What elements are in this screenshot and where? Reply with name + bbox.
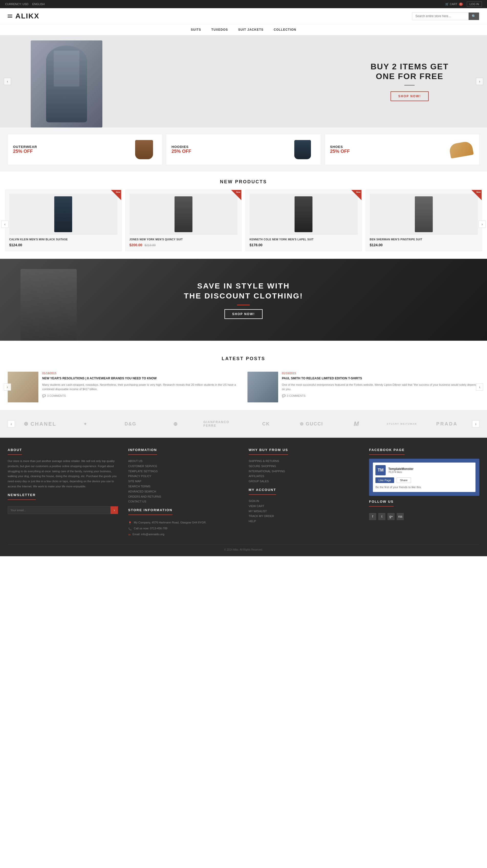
top-bar-left: CURRENCY: USD ENGLISH <box>5 3 44 6</box>
post-content-0: 01/18/2015 NEW YEAR'S RESOLUTIONS | 8 AC… <box>42 372 240 402</box>
footer-link-advanced[interactable]: ADVANCED SEARCH <box>128 490 156 493</box>
footer-link-intl[interactable]: INTERNATIONAL SHIPPING <box>249 470 285 473</box>
post-comments-0[interactable]: 💬 3 COMMENTS <box>42 394 240 398</box>
brand-dg[interactable]: D&G <box>110 419 151 429</box>
promo-text-shoes: SHOES 25% OFF <box>330 145 350 154</box>
footer-link-track[interactable]: TRACK MY ORDER <box>249 515 274 518</box>
newsletter-form: › <box>8 506 118 514</box>
hero-prev-arrow[interactable]: ‹ <box>4 78 11 85</box>
promo-card-outerwear[interactable]: OUTERWEAR 25% OFF <box>8 134 162 165</box>
footer-link-orders[interactable]: ORDERS AND RETURNS <box>128 495 161 498</box>
newsletter-input[interactable] <box>8 506 110 514</box>
brand-m[interactable]: M <box>336 418 377 430</box>
brand-chanel[interactable]: ⊗ CHANEL <box>20 418 60 430</box>
hero-shop-button[interactable]: SHOP NOW! <box>391 91 428 101</box>
cart-count: 8 <box>459 3 463 6</box>
brand-prada[interactable]: PRADA <box>427 419 467 429</box>
footer-link-viewcart[interactable]: VIEW CART <box>249 504 264 507</box>
newsletter-submit[interactable]: › <box>110 506 118 514</box>
fb-text: Be the first of your friends to like thi… <box>376 485 473 489</box>
posts-grid: ‹ 01/18/2015 NEW YEAR'S RESOLUTIONS | 8 … <box>8 372 479 402</box>
nav-suits[interactable]: SUITS <box>191 28 201 31</box>
google-plus-icon[interactable]: g+ <box>387 513 395 520</box>
product-price-3: $124.00 <box>370 243 478 247</box>
footer-link-group[interactable]: GROUP SALES <box>249 480 269 483</box>
brand-gucci[interactable]: ⊚ GUCCI <box>291 418 331 429</box>
brand-ck[interactable]: CK <box>246 419 286 429</box>
promo-card-hoodies[interactable]: HOODIES 25% OFF <box>166 134 321 165</box>
products-prev-arrow[interactable]: ‹ <box>1 221 8 228</box>
footer-link-template[interactable]: TEMPLATE SETTINGS <box>128 470 158 473</box>
footer-link-search[interactable]: SEARCH TERMS <box>128 485 151 488</box>
post-img-0 <box>8 372 38 402</box>
footer-link-wishlist[interactable]: MY WISHLIST <box>249 509 267 513</box>
footer-whybuy-col: WHY BUY FROM US SHIPPING & RETURNS SECUR… <box>249 448 359 536</box>
nav-tuxedos[interactable]: TUXEDOS <box>212 28 228 31</box>
footer-link-help[interactable]: HELP <box>249 520 256 523</box>
banner2-title: SAVE IN STYLE WITHTHE DISCOUNT CLOTHING! <box>184 281 303 301</box>
brands-prev-arrow[interactable]: ‹ <box>8 420 15 428</box>
footer-link-affiliates[interactable]: AFFILIATES <box>249 474 264 478</box>
rss-icon[interactable]: rss <box>397 513 404 520</box>
brand-ferre[interactable]: GIANFRANCO FERRE <box>201 418 241 430</box>
post-img-1 <box>248 372 278 402</box>
discount-banner: SAVE IN STYLE WITHTHE DISCOUNT CLOTHING!… <box>0 259 487 341</box>
promo-card-shoes[interactable]: SHOES 25% OFF <box>325 134 479 165</box>
brand-versace[interactable]: ⊕ <box>156 418 196 430</box>
brand-stuart[interactable]: STUART WEITZMAN <box>382 420 422 428</box>
footer-link-privacy[interactable]: PRIVACY POLICY <box>128 474 152 478</box>
footer-link-secure[interactable]: SECURE SHOPPING <box>249 465 276 468</box>
login-button[interactable]: LOG IN <box>467 2 482 7</box>
nav-collection[interactable]: COLLECTION <box>274 28 296 31</box>
post-excerpt-1: One of the most successful entrepreneurs… <box>282 383 480 392</box>
fb-widget-title: TemplateMonster <box>388 467 413 471</box>
posts-next-arrow[interactable]: › <box>476 383 483 391</box>
footer-link-contact[interactable]: CONTACT US <box>128 500 147 503</box>
products-next-arrow[interactable]: › <box>479 221 486 228</box>
footer-link-sitemap[interactable]: SITE MAP <box>128 480 141 483</box>
language-selector[interactable]: ENGLISH <box>32 3 44 6</box>
banner2-shop-button[interactable]: SHOP NOW! <box>224 309 262 319</box>
twitter-icon[interactable]: t <box>378 513 385 520</box>
brand-armani[interactable]: ✦ <box>65 419 105 429</box>
footer-copyright: © 2014 Alikx. All Rights Reserved. <box>8 544 479 551</box>
footer-link-shipping[interactable]: SHIPPING & RETURNS <box>249 460 279 463</box>
post-card-1: 01/10/2015 PAUL SMITH TO RELEASE LIMITED… <box>248 372 480 402</box>
footer-store-title: STORE INFORMATION <box>128 508 172 515</box>
product-card-1: New JONES NEW YORK MEN'S QUINCY SUIT $20… <box>125 190 242 251</box>
cart-label: CART <box>450 3 458 6</box>
product-img-3 <box>370 194 478 235</box>
banner2-figure <box>21 269 77 341</box>
fb-like-button[interactable]: Like Page <box>376 477 394 483</box>
promo-img-outerwear <box>131 139 157 160</box>
post-comments-1[interactable]: 💬 3 COMMENTS <box>282 394 480 398</box>
logo[interactable]: ALIKX <box>8 12 39 20</box>
product-name-1: JONES NEW YORK MEN'S QUINCY SUIT <box>129 238 238 241</box>
nav-suit-jackets[interactable]: SUIT JACKETS <box>238 28 264 31</box>
brands-next-arrow[interactable]: › <box>472 420 479 428</box>
product-price-1: $200.00 $213.00 <box>129 243 238 247</box>
promo-text-hoodies: HOODIES 25% OFF <box>171 145 191 154</box>
footer-fb-title: FACEBOOK PAGE <box>369 448 404 455</box>
footer-link-about[interactable]: ABOUT US <box>128 460 142 463</box>
facebook-icon[interactable]: f <box>369 513 376 520</box>
posts-section: LATEST POSTS ‹ 01/18/2015 NEW YEAR'S RES… <box>0 341 487 410</box>
fb-share-button[interactable]: Share <box>397 477 411 483</box>
hero-next-arrow[interactable]: › <box>476 78 483 85</box>
brands-section: ‹ ⊗ CHANEL ✦ D&G ⊕ GIANFRANCO FERRE CK ⊚… <box>0 410 487 438</box>
fb-actions: Like Page Share <box>376 477 473 483</box>
footer-link-signin[interactable]: SIGN IN <box>249 499 259 502</box>
footer-link-customer[interactable]: CUSTOMER SERVICE <box>128 465 157 468</box>
promo-section: OUTERWEAR 25% OFF HOODIES 25% OFF SHOES … <box>0 127 487 172</box>
search-button[interactable]: 🔍 <box>468 12 479 20</box>
cart-link[interactable]: 🛒 CART 8 <box>445 3 463 6</box>
footer-top: ABOUT Our store is more than just anothe… <box>8 448 479 536</box>
search-input[interactable] <box>412 12 468 20</box>
posts-prev-arrow[interactable]: ‹ <box>4 383 11 391</box>
footer-info-title: INFORMATION <box>128 448 157 455</box>
post-title-1[interactable]: PAUL SMITH TO RELEASE LIMITED EDITION T-… <box>282 376 480 381</box>
footer-info-col: INFORMATION ABOUT US CUSTOMER SERVICE TE… <box>128 448 238 536</box>
currency-selector[interactable]: CURRENCY: USD <box>5 3 28 6</box>
post-title-0[interactable]: NEW YEAR'S RESOLUTIONS | 8 ACTIVEWEAR BR… <box>42 376 240 381</box>
product-img-1 <box>129 194 238 235</box>
